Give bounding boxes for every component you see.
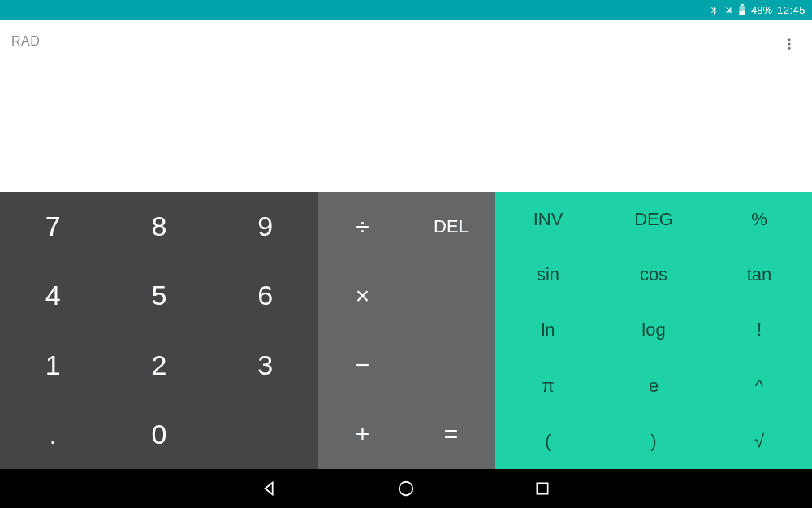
percent-button[interactable]: % — [706, 192, 812, 247]
operator-pad: ÷ DEL × − + = — [318, 192, 495, 469]
more-vert-icon — [782, 37, 797, 51]
triangle-back-icon — [261, 480, 279, 497]
navigation-bar — [0, 469, 812, 508]
nav-home-button[interactable] — [395, 477, 417, 500]
digit-7-button[interactable]: 7 — [0, 192, 106, 261]
digit-1-button[interactable]: 1 — [0, 331, 106, 400]
more-options-button[interactable] — [780, 34, 799, 54]
digit-4-button[interactable]: 4 — [0, 261, 106, 330]
digit-2-button[interactable]: 2 — [106, 331, 213, 400]
svg-point-6 — [400, 482, 413, 496]
op-empty-2 — [407, 331, 495, 400]
status-clock: 12:45 — [777, 4, 806, 16]
rparen-button[interactable]: ) — [601, 414, 706, 469]
nav-back-button[interactable] — [258, 477, 281, 500]
svg-point-4 — [788, 43, 791, 46]
svg-point-3 — [788, 38, 791, 41]
plus-button[interactable]: + — [318, 400, 407, 469]
no-sim-icon — [723, 4, 733, 15]
digit-6-button[interactable]: 6 — [212, 261, 318, 330]
digit-8-button[interactable]: 8 — [106, 192, 213, 261]
lparen-button[interactable]: ( — [495, 414, 601, 469]
calculator-display: RAD — [0, 20, 812, 192]
digit-5-button[interactable]: 5 — [106, 261, 213, 330]
battery-icon — [738, 4, 746, 15]
power-button[interactable]: ^ — [706, 358, 812, 414]
svg-rect-2 — [739, 11, 745, 15]
inverse-button[interactable]: INV — [495, 192, 601, 247]
sqrt-button[interactable]: √ — [706, 414, 812, 469]
degree-toggle-button[interactable]: DEG — [601, 192, 706, 247]
digit-pad: 7 8 9 4 5 6 1 2 3 . 0 — [0, 192, 318, 469]
pi-button[interactable]: π — [495, 358, 601, 414]
op-empty-1 — [407, 261, 495, 330]
e-button[interactable]: e — [601, 358, 706, 414]
tan-button[interactable]: tan — [706, 247, 812, 302]
svg-rect-7 — [537, 483, 547, 493]
decimal-point-button[interactable]: . — [0, 400, 106, 469]
battery-percent: 48% — [751, 4, 772, 16]
square-recent-icon — [534, 480, 551, 497]
digit-empty — [212, 400, 318, 469]
nav-recent-button[interactable] — [531, 477, 554, 500]
digit-3-button[interactable]: 3 — [212, 331, 318, 400]
divide-button[interactable]: ÷ — [318, 192, 407, 261]
cos-button[interactable]: cos — [601, 247, 706, 302]
ln-button[interactable]: ln — [495, 302, 601, 358]
minus-button[interactable]: − — [318, 331, 407, 400]
multiply-button[interactable]: × — [318, 261, 407, 330]
factorial-button[interactable]: ! — [706, 302, 812, 358]
angle-mode-label: RAD — [11, 34, 40, 49]
delete-button[interactable]: DEL — [407, 192, 495, 261]
svg-point-5 — [788, 47, 791, 50]
advanced-pad: INV DEG % sin cos tan ln log ! π e ^ ( )… — [495, 192, 812, 469]
digit-0-button[interactable]: 0 — [106, 400, 213, 469]
log-button[interactable]: log — [601, 302, 706, 358]
bluetooth-icon — [709, 4, 719, 15]
equals-button[interactable]: = — [407, 400, 495, 469]
digit-9-button[interactable]: 9 — [212, 192, 318, 261]
circle-home-icon — [397, 480, 415, 497]
keypad: 7 8 9 4 5 6 1 2 3 . 0 ÷ DEL × − + = INV … — [0, 192, 812, 469]
svg-rect-0 — [741, 4, 744, 6]
status-bar: 48% 12:45 — [0, 0, 812, 20]
sin-button[interactable]: sin — [495, 247, 601, 302]
